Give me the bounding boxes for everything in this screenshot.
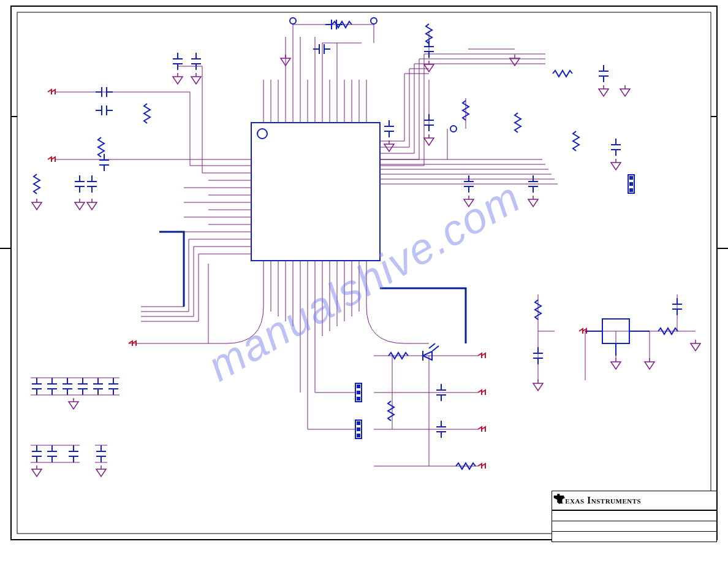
chip-top-pins bbox=[264, 25, 366, 123]
svg-line-56 bbox=[433, 346, 439, 351]
svg-point-7 bbox=[257, 129, 267, 139]
brand-name: Texas Instruments bbox=[558, 495, 641, 506]
ti-logo-icon bbox=[552, 491, 566, 505]
headers bbox=[355, 175, 634, 439]
chip-bottom-fan bbox=[208, 261, 429, 429]
titleblock-row-sheet bbox=[552, 531, 716, 542]
bus-left-lower bbox=[129, 232, 251, 343]
svg-rect-0 bbox=[11, 6, 717, 540]
net-ports bbox=[48, 90, 586, 469]
capacitors bbox=[32, 20, 682, 462]
bus-left-mid bbox=[55, 66, 251, 224]
titleblock-row-doc bbox=[552, 521, 716, 531]
regulator-block bbox=[585, 319, 650, 356]
title-block: Texas Instruments bbox=[552, 491, 717, 542]
brand-row: Texas Instruments bbox=[552, 491, 716, 510]
titleblock-row-title bbox=[552, 510, 716, 521]
svg-line-55 bbox=[429, 343, 435, 348]
svg-rect-6 bbox=[251, 123, 380, 261]
svg-rect-1 bbox=[17, 12, 711, 534]
ic-chip bbox=[251, 123, 380, 261]
schematic-canvas bbox=[0, 0, 728, 563]
led-icon bbox=[423, 343, 439, 361]
